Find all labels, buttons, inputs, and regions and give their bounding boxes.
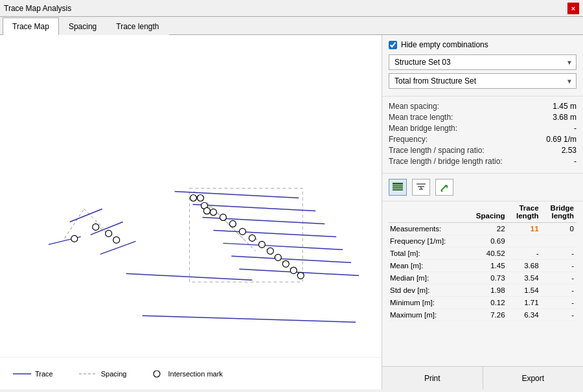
table-row: Maximum [m]:7.266.34- — [389, 309, 577, 321]
table-row: Total [m]:40.52-- — [389, 248, 577, 260]
legend-intersection-label: Intersection mark — [168, 370, 222, 378]
tabs-bar: Trace Map Spacing Trace length — [0, 17, 583, 35]
trace-map-canvas: Trace Spacing Intersection mark — [0, 35, 382, 389]
structure-set-dropdown-row: Structure Set 01 Structure Set 02 Struct… — [389, 54, 577, 70]
edit-button[interactable] — [435, 179, 453, 196]
stat-mean-trace: Mean trace length: 3.68 m — [389, 113, 577, 122]
legend-spacing: Spacing — [79, 370, 127, 378]
table-cell-trace-length: 6.34 — [508, 309, 542, 321]
table-cell-trace-length: - — [508, 248, 542, 260]
table-cell-label: Total [m]: — [389, 248, 465, 260]
svg-point-37 — [267, 248, 273, 254]
tab-trace-length[interactable]: Trace length — [106, 17, 168, 35]
stat-mean-spacing: Mean spacing: 1.45 m — [389, 102, 577, 111]
table-cell-bridge-length: - — [542, 260, 577, 272]
svg-point-10 — [106, 230, 112, 236]
stats-section: Mean spacing: 1.45 m Mean trace length: … — [382, 97, 583, 174]
svg-point-38 — [275, 254, 281, 260]
table-cell-label: Frequency [1/m]: — [389, 235, 465, 248]
table-row: Frequency [1/m]:0.69 — [389, 235, 577, 248]
table-cell-spacing: 0.69 — [465, 235, 507, 248]
svg-rect-51 — [393, 189, 403, 190]
stat-trace-bridge-ratio: Trace length / bridge length ratio: - — [389, 157, 577, 166]
svg-point-36 — [258, 241, 265, 248]
svg-rect-48 — [393, 183, 403, 185]
hide-empty-checkbox[interactable] — [389, 41, 397, 49]
table-cell-label: Mean [m]: — [389, 260, 465, 272]
table-cell-bridge-length: - — [542, 284, 577, 297]
svg-point-35 — [249, 235, 255, 241]
table-row: Median [m]:0.733.54- — [389, 272, 577, 284]
close-button[interactable]: × — [567, 3, 579, 14]
col-header-label — [389, 202, 465, 223]
svg-point-8 — [71, 235, 78, 242]
svg-point-41 — [297, 272, 304, 279]
table-cell-label: Median [m]: — [389, 272, 465, 284]
table-cell-trace-length: 1.71 — [508, 297, 542, 309]
table-cell-spacing: 7.26 — [465, 309, 507, 321]
tab-spacing[interactable]: Spacing — [59, 17, 106, 35]
right-panel: Hide empty combinations Structure Set 01… — [382, 35, 583, 389]
bottom-buttons: Print Export — [382, 366, 583, 389]
table-view-button[interactable] — [389, 179, 407, 196]
export-button[interactable]: Export — [483, 367, 584, 389]
table-cell-spacing: 0.73 — [465, 272, 507, 284]
table-row: Minimum [m]:0.121.71- — [389, 297, 577, 309]
app-title: Trace Map Analysis — [4, 4, 71, 13]
stat-frequency: Frequency: 0.69 1/m — [389, 135, 577, 144]
toolbar-row — [382, 174, 583, 202]
structure-set-select[interactable]: Structure Set 01 Structure Set 02 Struct… — [389, 54, 577, 70]
table-cell-trace-length: 3.54 — [508, 272, 542, 284]
svg-point-31 — [210, 209, 216, 215]
total-select[interactable]: Total from Structure Set Individual from… — [389, 73, 577, 89]
table-cell-trace-length — [508, 235, 542, 248]
col-header-trace-length: Tracelength — [508, 202, 542, 223]
table-cell-bridge-length: - — [542, 248, 577, 260]
tab-trace-map[interactable]: Trace Map — [3, 17, 59, 35]
table-cell-label: Maximum [m]: — [389, 309, 465, 321]
col-header-bridge-length: Bridgelength — [542, 202, 577, 223]
svg-point-42 — [190, 195, 197, 202]
table-row: Measurements:22110 — [389, 223, 577, 235]
stat-trace-spacing-ratio: Trace length / spacing ratio: 2.53 — [389, 146, 577, 155]
svg-rect-49 — [393, 185, 403, 187]
title-bar: Trace Map Analysis × — [0, 0, 583, 17]
svg-point-39 — [282, 260, 289, 267]
table-cell-spacing: 1.98 — [465, 284, 507, 297]
table-cell-spacing: 1.45 — [465, 260, 507, 272]
svg-point-33 — [229, 220, 236, 227]
table-cell-spacing: 22 — [465, 223, 507, 235]
svg-rect-50 — [393, 187, 403, 189]
data-table: Spacing Tracelength Bridgelength Measure… — [382, 202, 583, 366]
table-cell-bridge-length: - — [542, 297, 577, 309]
legend-intersection: Intersection mark — [152, 369, 222, 378]
stat-mean-bridge: Mean bridge length: - — [389, 124, 577, 133]
svg-point-44 — [203, 207, 210, 214]
table-row: Mean [m]:1.453.68- — [389, 260, 577, 272]
hide-empty-row: Hide empty combinations — [389, 40, 577, 49]
table-row: Std dev [m]:1.981.54- — [389, 284, 577, 297]
svg-point-47 — [154, 371, 160, 377]
filter-button[interactable] — [412, 179, 430, 196]
table-cell-label: Measurements: — [389, 223, 465, 235]
table-cell-trace-length: 1.54 — [508, 284, 542, 297]
col-header-spacing: Spacing — [465, 202, 507, 223]
table-cell-bridge-length — [542, 235, 577, 248]
table-cell-label: Minimum [m]: — [389, 297, 465, 309]
legend-trace-label: Trace — [35, 370, 53, 378]
table-cell-bridge-length: - — [542, 272, 577, 284]
svg-point-9 — [93, 224, 99, 230]
table-cell-bridge-length: 0 — [542, 223, 577, 235]
table-cell-bridge-length: - — [542, 309, 577, 321]
table-cell-trace-length: 3.68 — [508, 260, 542, 272]
svg-point-43 — [197, 195, 203, 202]
table-cell-label: Std dev [m]: — [389, 284, 465, 297]
table-cell-spacing: 0.12 — [465, 297, 507, 309]
legend-spacing-label: Spacing — [101, 370, 127, 378]
print-button[interactable]: Print — [382, 367, 483, 389]
legend: Trace Spacing Intersection mark — [0, 357, 382, 389]
table-cell-spacing: 40.52 — [465, 248, 507, 260]
hide-empty-label: Hide empty combinations — [401, 40, 488, 49]
svg-line-58 — [441, 190, 442, 192]
legend-trace: Trace — [13, 370, 53, 378]
